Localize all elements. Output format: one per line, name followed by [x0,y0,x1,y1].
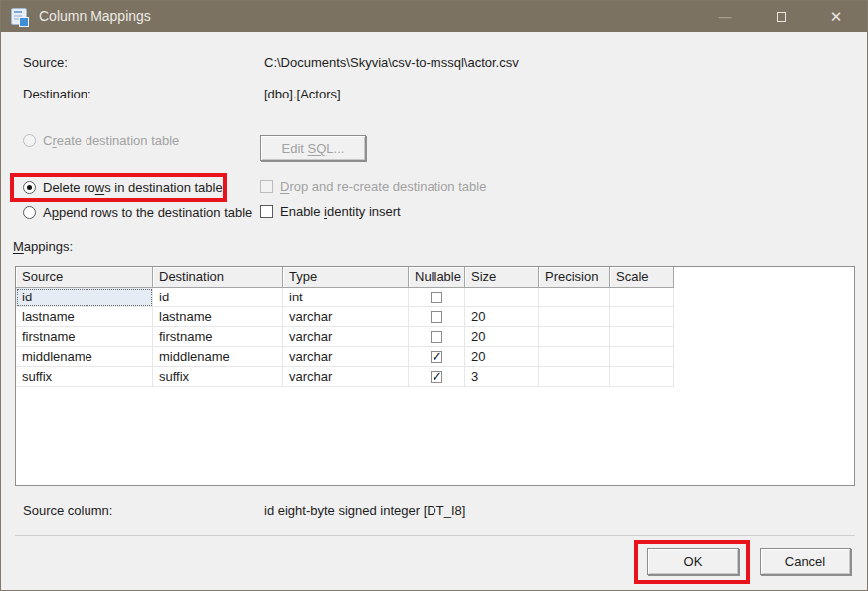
source-column-label: Source column: [23,503,112,518]
table-cell[interactable] [610,327,674,347]
column-header-source[interactable]: Source [16,267,153,288]
column-mappings-dialog: Column Mappings — ✕ Source: C:\Documents… [0,0,868,591]
table-cell[interactable]: varchar [283,347,409,367]
nullable-cell [409,288,465,307]
source-label: Source: [23,55,68,70]
checked-checkbox-icon[interactable] [431,351,442,363]
table-cell[interactable]: middlename [153,347,283,367]
column-header-destination[interactable]: Destination [153,267,283,288]
radio-label: Delete rows in destination table [43,180,223,195]
destination-value: [dbo].[Actors] [264,87,341,101]
unchecked-checkbox-icon[interactable] [431,311,442,323]
table-row-filler [674,327,854,347]
maximize-button[interactable] [759,1,804,32]
table-cell[interactable]: int [283,288,409,307]
checkbox-label: Enable identity insert [280,204,401,219]
nullable-cell [409,307,465,327]
table-cell[interactable]: firstname [153,327,283,347]
maximize-icon [777,12,786,22]
source-column-value: id eight-byte signed integer [DT_I8] [264,503,465,518]
table-cell[interactable]: middlename [16,347,153,367]
checkbox-drop-recreate: Drop and re-create destination table [260,179,486,194]
table-cell[interactable] [610,307,674,327]
table-cell[interactable] [610,288,674,307]
table-header: Source Destination Type Nullable Size Pr… [16,267,854,288]
table-cell[interactable]: id [16,288,153,307]
table-cell[interactable] [539,367,610,387]
nullable-cell [409,347,465,367]
minimize-button[interactable]: — [702,1,748,32]
table-cell[interactable]: varchar [283,307,409,327]
unchecked-checkbox-icon[interactable] [431,331,442,343]
column-header-scale[interactable]: Scale [610,267,674,288]
column-header-size[interactable]: Size [465,267,539,288]
table-cell[interactable] [465,288,539,307]
table-cell[interactable]: id [153,288,283,307]
radio-icon [23,134,36,147]
table-cell[interactable]: suffix [16,367,153,387]
edit-sql-label: Edit SQL... [282,141,345,156]
column-header-nullable[interactable]: Nullable [409,267,465,288]
checked-checkbox-icon[interactable] [431,371,442,383]
mappings-label: Mappings: [13,239,73,254]
table-cell[interactable]: 20 [465,347,539,367]
app-icon [11,8,27,25]
table-row: ididint [16,288,854,307]
nullable-cell [409,367,465,387]
nullable-cell [409,327,465,347]
checkbox-label: Drop and re-create destination table [280,179,486,194]
ok-button[interactable]: OK [647,548,739,575]
source-value: C:\Documents\Skyvia\csv-to-mssql\actor.c… [264,55,519,70]
column-header-filler [674,267,854,288]
table-cell[interactable]: 20 [465,307,539,327]
radio-icon[interactable] [23,181,36,194]
table-row-filler [674,307,854,327]
table-cell[interactable] [539,347,610,367]
table-cell[interactable]: lastname [153,307,283,327]
radio-icon[interactable] [23,206,36,219]
footer-divider [15,535,855,536]
table-row-filler [674,367,854,387]
checkbox-icon [260,180,273,193]
table-row-filler [674,288,854,307]
radio-label: Append rows to the destination table [43,205,252,220]
table-row: lastnamelastnamevarchar20 [16,307,854,327]
checkbox-icon[interactable] [260,205,273,218]
destination-label: Destination: [23,87,91,101]
radio-label: Create destination table [43,133,179,148]
table-cell[interactable] [539,327,610,347]
table-cell[interactable] [610,367,674,387]
close-button[interactable]: ✕ [813,1,859,32]
table-cell[interactable] [539,288,610,307]
column-header-precision[interactable]: Precision [539,267,610,288]
edit-sql-button: Edit SQL... [260,135,366,161]
table-cell[interactable]: varchar [283,367,409,387]
mappings-table-body: ididintlastnamelastnamevarchar20firstnam… [16,288,854,387]
unchecked-checkbox-icon[interactable] [431,292,442,303]
cancel-button[interactable]: Cancel [760,548,851,575]
table-row: suffixsuffixvarchar3 [16,367,854,387]
mappings-table: Source Destination Type Nullable Size Pr… [15,266,855,486]
window-title: Column Mappings [39,1,151,32]
table-row: firstnamefirstnamevarchar20 [16,327,854,347]
table-row-filler [674,347,854,367]
table-cell[interactable]: firstname [16,327,153,347]
radio-delete-rows[interactable]: Delete rows in destination table [23,180,223,195]
window-titlebar[interactable]: Column Mappings — ✕ [1,1,867,32]
table-cell[interactable]: 20 [465,327,539,347]
radio-append-rows[interactable]: Append rows to the destination table [23,205,252,220]
table-cell[interactable]: 3 [465,367,539,387]
table-cell[interactable]: lastname [16,307,153,327]
checkbox-enable-identity-insert[interactable]: Enable identity insert [260,204,401,219]
table-cell[interactable]: varchar [283,327,409,347]
table-row: middlenamemiddlenamevarchar20 [16,347,854,367]
table-cell[interactable] [539,307,610,327]
table-cell[interactable] [610,347,674,367]
column-header-type[interactable]: Type [283,267,409,288]
table-cell[interactable]: suffix [153,367,283,387]
radio-create-destination-table: Create destination table [23,133,179,148]
